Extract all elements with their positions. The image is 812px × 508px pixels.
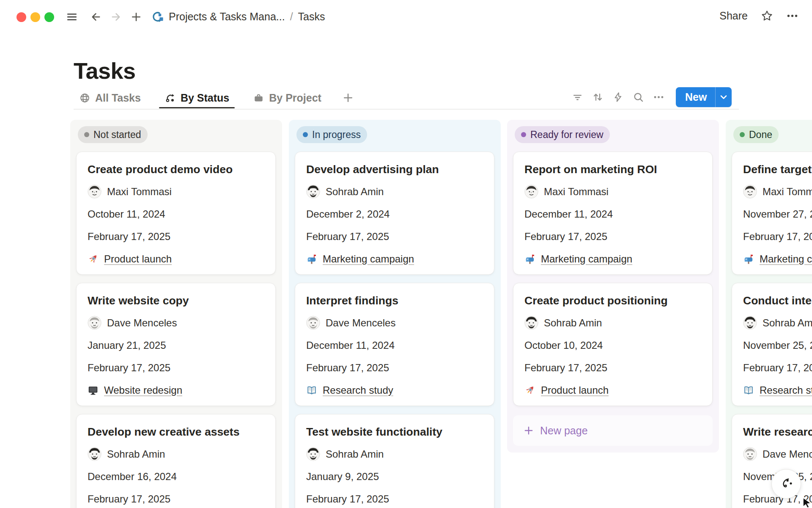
status-pill-done[interactable]: Done bbox=[733, 126, 779, 143]
tab-by-project[interactable]: By Project bbox=[247, 87, 327, 109]
task-card[interactable]: Conduct interviews Sohrab Amin November … bbox=[732, 283, 812, 406]
task-card[interactable]: Create product positioning Sohrab Amin O… bbox=[513, 283, 713, 406]
project-link[interactable]: Research study bbox=[306, 383, 483, 397]
new-button-dropdown[interactable] bbox=[716, 87, 732, 107]
start-date: October 10, 2024 bbox=[524, 338, 701, 352]
new-button-label[interactable]: New bbox=[676, 87, 715, 107]
assignee-name: Sohrab Amin bbox=[763, 317, 812, 329]
sort-icon[interactable] bbox=[592, 91, 604, 103]
notion-ai-button[interactable] bbox=[771, 469, 801, 499]
status-pill-in-progress[interactable]: In progress bbox=[296, 126, 367, 143]
project-link[interactable]: Research study bbox=[743, 383, 812, 397]
assignee-row: Maxi Tommasi bbox=[88, 185, 264, 199]
task-card[interactable]: Write website copy Dave Menceles January… bbox=[76, 283, 276, 406]
task-card[interactable]: Create product demo video Maxi Tommasi O… bbox=[76, 152, 276, 275]
task-title: Write website copy bbox=[88, 293, 264, 308]
breadcrumb-separator: / bbox=[290, 11, 293, 23]
assignee-name: Sohrab Amin bbox=[326, 186, 384, 198]
tab-all-tasks[interactable]: All Tasks bbox=[74, 87, 146, 109]
status-pill-ready-for-review[interactable]: Ready for review bbox=[515, 126, 610, 143]
favorite-star-icon[interactable] bbox=[760, 9, 774, 22]
task-title: Interpret findings bbox=[306, 293, 483, 308]
breadcrumb-current-page[interactable]: Tasks bbox=[298, 11, 325, 23]
project-link[interactable]: Product launch bbox=[88, 252, 264, 266]
task-title: Write research report bbox=[743, 425, 812, 439]
avatar bbox=[743, 185, 757, 199]
assignee-row: Dave Menceles bbox=[743, 447, 812, 461]
ai-face-icon bbox=[777, 475, 795, 493]
avatar bbox=[524, 316, 538, 330]
assignee-name: Sohrab Amin bbox=[107, 448, 165, 460]
minimize-window-button[interactable] bbox=[30, 12, 40, 22]
due-date: February 17, 2025 bbox=[88, 492, 264, 506]
due-date: February 17, 2025 bbox=[88, 229, 264, 243]
search-icon[interactable] bbox=[633, 91, 644, 103]
sidebar-menu-icon[interactable] bbox=[66, 11, 78, 23]
tab-by-status[interactable]: By Status bbox=[159, 87, 235, 109]
avatar bbox=[524, 185, 538, 199]
task-title: Conduct interviews bbox=[743, 293, 812, 308]
rocket-icon bbox=[524, 385, 535, 396]
project-link[interactable]: Marketing campaign bbox=[743, 252, 812, 266]
due-date: February 17, 2025 bbox=[88, 361, 264, 375]
status-pill-not-started[interactable]: Not started bbox=[78, 126, 148, 143]
new-tab-icon[interactable] bbox=[130, 11, 142, 23]
forward-icon[interactable] bbox=[110, 11, 122, 23]
status-dot bbox=[740, 132, 745, 137]
breadcrumb-workspace[interactable]: Projects & Tasks Mana... bbox=[169, 11, 285, 23]
start-date: December 11, 2024 bbox=[524, 207, 701, 221]
assignee-name: Sohrab Amin bbox=[326, 448, 384, 460]
close-window-button[interactable] bbox=[16, 12, 26, 22]
add-view-icon[interactable] bbox=[342, 92, 354, 104]
task-title: Create product demo video bbox=[88, 162, 264, 177]
assignee-name: Maxi Tommasi bbox=[544, 186, 609, 198]
rocket-icon bbox=[88, 254, 99, 265]
automation-bolt-icon[interactable] bbox=[612, 91, 624, 103]
zoom-window-button[interactable] bbox=[44, 12, 54, 22]
filter-icon[interactable] bbox=[572, 91, 583, 103]
status-dot bbox=[84, 132, 89, 137]
view-more-options-icon[interactable] bbox=[653, 91, 664, 103]
start-date: November 25, 2024 bbox=[743, 338, 812, 352]
mailbox-icon bbox=[524, 254, 535, 265]
task-card[interactable]: Test website functionality Sohrab Amin J… bbox=[295, 414, 494, 508]
project-link[interactable]: Marketing campaign bbox=[524, 252, 701, 266]
task-title: Develop new creative assets bbox=[88, 425, 264, 439]
task-card[interactable]: Develop advertising plan Sohrab Amin Dec… bbox=[295, 152, 494, 275]
back-icon[interactable] bbox=[90, 11, 102, 23]
project-link[interactable]: Website redesign bbox=[88, 383, 264, 397]
assignee-row: Maxi Tommasi bbox=[524, 185, 701, 199]
page-more-options-icon[interactable] bbox=[786, 10, 798, 22]
start-date: January 21, 2025 bbox=[88, 338, 264, 352]
assignee-name: Dave Menceles bbox=[763, 448, 812, 460]
page-title: Tasks bbox=[74, 58, 136, 84]
assignee-name: Dave Menceles bbox=[107, 317, 177, 329]
task-card[interactable]: Interpret findings Dave Menceles Decembe… bbox=[295, 283, 494, 406]
board-column-done: Done Define target audience Maxi Tommasi… bbox=[726, 120, 812, 508]
task-title: Test website functionality bbox=[306, 425, 483, 439]
avatar bbox=[88, 185, 102, 199]
avatar bbox=[306, 447, 320, 461]
start-date: December 2, 2024 bbox=[306, 207, 483, 221]
task-card[interactable]: Report on marketing ROI Maxi Tommasi Dec… bbox=[513, 152, 713, 275]
assignee-name: Dave Menceles bbox=[326, 317, 395, 329]
due-date: February 17, 2025 bbox=[743, 361, 812, 375]
new-page-button[interactable]: New page bbox=[513, 415, 713, 446]
task-card[interactable]: Develop new creative assets Sohrab Amin … bbox=[76, 414, 276, 508]
share-button[interactable]: Share bbox=[719, 10, 748, 22]
new-button[interactable]: New bbox=[676, 87, 732, 107]
due-date: February 17, 2025 bbox=[306, 229, 483, 243]
task-card[interactable]: Define target audience Maxi Tommasi Nove… bbox=[732, 152, 812, 275]
assignee-row: Dave Menceles bbox=[88, 316, 264, 330]
start-date: October 11, 2024 bbox=[88, 207, 264, 221]
assignee-row: Sohrab Amin bbox=[306, 185, 483, 199]
assignee-row: Sohrab Amin bbox=[524, 316, 701, 330]
task-card[interactable]: Write research report Dave Menceles Nove… bbox=[732, 414, 812, 508]
board-column-not-started: Not started Create product demo video Ma… bbox=[70, 120, 282, 508]
due-date: February 17, 2025 bbox=[524, 229, 701, 243]
avatar bbox=[306, 316, 320, 330]
monitor-icon bbox=[88, 385, 99, 396]
project-link[interactable]: Marketing campaign bbox=[306, 252, 483, 266]
task-title: Create product positioning bbox=[524, 293, 701, 308]
project-link[interactable]: Product launch bbox=[524, 383, 701, 397]
